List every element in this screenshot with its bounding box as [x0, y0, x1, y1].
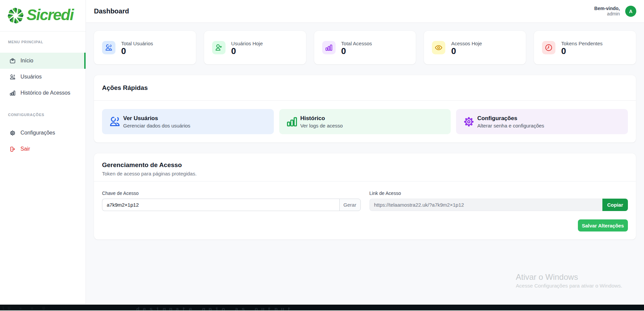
sidebar-item-label: Início [20, 58, 33, 64]
stat-label: Usuários Hoje [231, 41, 263, 46]
welcome-text: Bem-vindo, [594, 6, 620, 11]
stat-value: 0 [121, 47, 153, 55]
stat-text: Total Usuários 0 [121, 41, 153, 55]
avatar[interactable]: A [625, 6, 636, 17]
key-label: Chave de Acesso [102, 191, 361, 196]
stat-text: Acessos Hoje 0 [451, 41, 482, 55]
sidebar-item-usuarios[interactable]: Usuários [0, 69, 86, 85]
tile-subtitle: Gerenciar dados dos usuários [123, 123, 190, 128]
stat-card-total-usuarios: Total Usuários 0 [94, 31, 196, 64]
stat-card-acessos-hoje: Acessos Hoje 0 [424, 31, 526, 64]
sidebar-item-configuracoes[interactable]: Configurações [0, 125, 86, 141]
bar-chart-icon [9, 90, 16, 96]
content: Total Usuários 0 Usuários Hoje 0 Total A… [86, 23, 644, 304]
tile-text: Configurações Alterar senha e configuraç… [477, 115, 544, 128]
briefcase-icon [9, 58, 16, 64]
tile-subtitle: Alterar senha e configurações [477, 123, 544, 128]
user-text: Bem-vindo, admin [594, 6, 620, 16]
access-subtitle: Token de acesso para páginas protegidas. [102, 171, 628, 176]
topbar: Dashboard Bem-vindo, admin A [86, 0, 644, 23]
tile-text: Histórico Ver logs de acesso [300, 115, 343, 128]
page-title: Dashboard [94, 7, 129, 15]
main-area: Dashboard Bem-vindo, admin A Total Usuár… [86, 0, 644, 304]
stat-card-usuarios-hoje: Usuários Hoje 0 [204, 31, 306, 64]
people-icon [9, 74, 16, 80]
stat-card-total-acessos: Total Acessos 0 [314, 31, 416, 64]
sicredi-pinwheel-icon [7, 7, 24, 24]
clock-icon [542, 41, 555, 54]
stat-text: Total Acessos 0 [341, 41, 372, 55]
stat-text: Usuários Hoje 0 [231, 41, 263, 55]
watermark-line1: Ativar o Windows [516, 272, 622, 282]
windows-activation-watermark: Ativar o Windows Acesse Configurações pa… [516, 272, 622, 289]
key-input-group: Gerar [102, 199, 361, 211]
quick-actions-card: Ações Rápidas Ver Usuários Gerenciar dad… [94, 75, 636, 143]
access-head: Gerenciamento de Acesso Token de acesso … [94, 153, 636, 182]
taskbar[interactable]: lU » = U designate gpio as output [0, 304, 644, 311]
tile-title: Configurações [477, 115, 544, 122]
eye-icon [432, 41, 445, 54]
brand-logo: Sicredi [0, 0, 86, 32]
taskbar-background: lU » = U designate gpio as output [0, 305, 644, 310]
stats-row: Total Usuários 0 Usuários Hoje 0 Total A… [94, 31, 636, 64]
stat-label: Total Usuários [121, 41, 153, 46]
username-text: admin [594, 11, 620, 16]
sidebar-item-label: Histórico de Acessos [20, 90, 70, 96]
link-input-group: Copiar [369, 199, 628, 211]
quick-actions-body: Ver Usuários Gerenciar dados dos usuário… [94, 101, 636, 143]
link-input[interactable] [369, 199, 603, 211]
sidebar-item-sair[interactable]: Sair [0, 141, 86, 157]
stat-label: Total Acessos [341, 41, 372, 46]
sidebar-item-label: Usuários [20, 74, 42, 80]
access-form: Chave de Acesso Gerar Link de Acesso Cop… [102, 191, 628, 211]
sidebar-menu-configuracoes: Configurações Sair [0, 125, 86, 157]
people-icon [102, 41, 115, 54]
save-button[interactable]: Salvar Alterações [578, 219, 628, 231]
quick-actions-title: Ações Rápidas [102, 84, 628, 92]
access-title: Gerenciamento de Acesso [102, 161, 628, 169]
key-input[interactable] [102, 199, 339, 211]
tile-subtitle: Ver logs de acesso [300, 123, 343, 128]
tile-title: Ver Usuários [123, 115, 190, 122]
sidebar-section-configuracoes: CONFIGURAÇÕES [8, 113, 78, 117]
stat-label: Tokens Pendentes [561, 41, 602, 46]
tile-text: Ver Usuários Gerenciar dados dos usuário… [123, 115, 190, 128]
app-window: Sicredi MENU PRINCIPAL Início Usuários H… [0, 0, 644, 304]
sidebar-item-label: Sair [20, 146, 30, 152]
key-field-group: Chave de Acesso Gerar [102, 191, 361, 211]
stat-value: 0 [561, 47, 602, 55]
sidebar-item-label: Configurações [20, 130, 55, 136]
action-historico[interactable]: Histórico Ver logs de acesso [279, 109, 451, 134]
stat-value: 0 [341, 47, 372, 55]
stat-card-tokens-pendentes: Tokens Pendentes 0 [534, 31, 636, 64]
gear-icon [463, 116, 475, 128]
generate-button[interactable]: Gerar [339, 199, 361, 211]
stat-text: Tokens Pendentes 0 [561, 41, 602, 55]
save-row: Salvar Alterações [102, 219, 628, 231]
action-ver-usuarios[interactable]: Ver Usuários Gerenciar dados dos usuário… [102, 109, 274, 134]
bar-chart-icon [286, 116, 298, 128]
brand-name: Sicredi [27, 6, 73, 24]
bar-chart-icon [322, 41, 336, 54]
link-field-group: Link de Acesso Copiar [369, 191, 628, 211]
person-plus-icon [212, 41, 226, 54]
stat-label: Acessos Hoje [451, 41, 482, 46]
gear-icon [9, 130, 16, 136]
user-box[interactable]: Bem-vindo, admin A [594, 6, 636, 17]
access-body: Chave de Acesso Gerar Link de Acesso Cop… [94, 182, 636, 240]
sidebar-item-inicio[interactable]: Início [0, 53, 86, 69]
watermark-line2: Acesse Configurações para ativar o Windo… [516, 283, 622, 289]
sidebar-menu-principal: Início Usuários Histórico de Acessos [0, 53, 86, 101]
sidebar-item-historico[interactable]: Histórico de Acessos [0, 85, 86, 101]
stat-value: 0 [231, 47, 263, 55]
access-management-card: Gerenciamento de Acesso Token de acesso … [94, 153, 636, 240]
sidebar: Sicredi MENU PRINCIPAL Início Usuários H… [0, 0, 86, 304]
link-label: Link de Acesso [369, 191, 628, 196]
sidebar-section-menu-principal: MENU PRINCIPAL [8, 40, 78, 44]
quick-actions-head: Ações Rápidas [94, 75, 636, 101]
logout-icon [9, 146, 16, 152]
action-configuracoes[interactable]: Configurações Alterar senha e configuraç… [456, 109, 628, 134]
stat-value: 0 [451, 47, 482, 55]
people-icon [109, 116, 121, 128]
copy-button[interactable]: Copiar [602, 199, 628, 211]
